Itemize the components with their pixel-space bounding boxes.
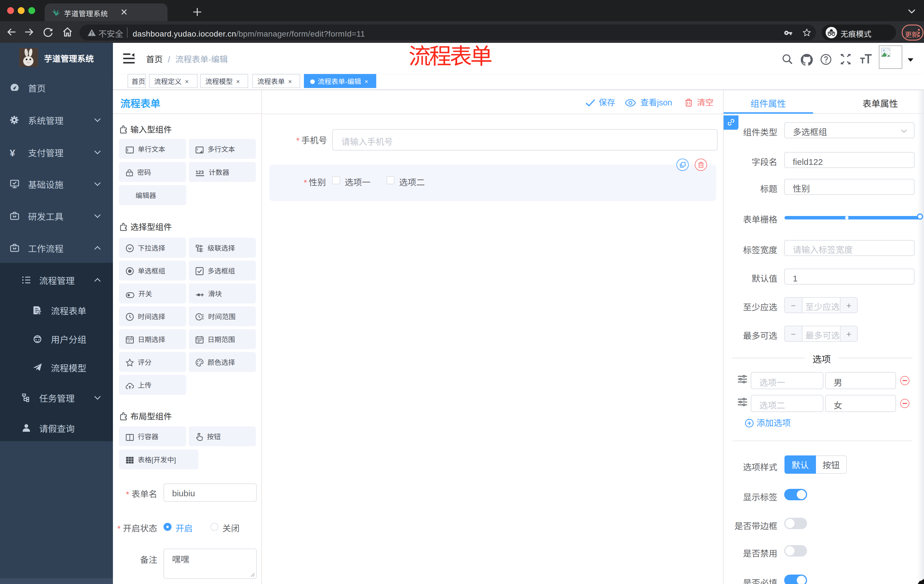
svg-text:123: 123 bbox=[196, 169, 204, 175]
